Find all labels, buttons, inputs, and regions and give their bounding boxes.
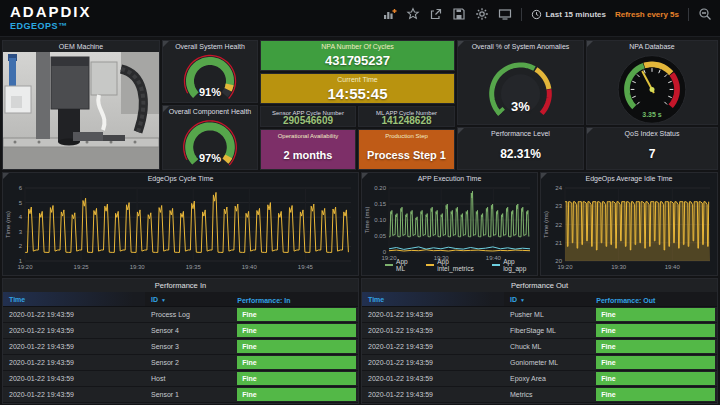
panel-menu-caret[interactable]: [3, 173, 9, 179]
status-badge: Fine: [237, 388, 356, 401]
save-icon[interactable]: [452, 7, 466, 21]
performance-cell: Fine: [237, 387, 358, 402]
column-header-id[interactable]: ID▼: [504, 292, 596, 306]
stat-value: 14:55:45: [261, 84, 454, 103]
panel-title[interactable]: OEM Machine: [3, 41, 159, 52]
panel-title[interactable]: Overall Component Health: [163, 106, 257, 117]
id-cell: Host: [145, 371, 237, 386]
legend-item[interactable]: App ML: [385, 258, 416, 272]
table-title[interactable]: Performance Out: [362, 279, 717, 292]
zoom-out-icon[interactable]: [698, 7, 712, 21]
toolbar-divider: [688, 8, 689, 21]
time-cell: 2020-01-22 19:43:59: [362, 323, 504, 338]
gauge-value: 3%: [458, 99, 583, 114]
panel-ml-app-cycle: ML APP Cycle Number 141248628: [358, 106, 455, 127]
tv-mode-icon[interactable]: [498, 7, 512, 21]
status-badge: Fine: [237, 340, 356, 353]
status-badge: Fine: [596, 324, 715, 337]
svg-text:19:25: 19:25: [74, 264, 90, 270]
sort-desc-icon: ▼: [520, 297, 525, 303]
cycle-time-chart-plot[interactable]: 12345619:2019:2519:3019:3519:4019:45Time…: [4, 184, 357, 274]
id-cell: FiberStage ML: [504, 323, 596, 338]
panel-performance-level: Performance Level 82.31%: [457, 127, 584, 170]
svg-text:Time (ms): Time (ms): [364, 207, 370, 234]
time-cell: 2020-01-22 19:43:59: [362, 355, 504, 370]
legend-item[interactable]: App log_app: [492, 258, 536, 272]
time-cell: 2020-01-22 19:43:59: [362, 387, 504, 402]
svg-text:19:30: 19:30: [611, 264, 627, 270]
performance-cell: Fine: [237, 323, 358, 338]
column-header-time[interactable]: Time: [3, 292, 145, 306]
panel-menu-caret[interactable]: [587, 41, 593, 47]
idle-time-chart-plot[interactable]: 202122232419:2019:3019:40Time (ms): [542, 184, 716, 274]
status-badge: Fine: [237, 372, 356, 385]
share-icon[interactable]: [429, 7, 443, 21]
panel-title[interactable]: EdgeOps Average Idle Time: [541, 173, 717, 184]
panel-menu-caret[interactable]: [587, 128, 593, 134]
svg-text:23: 23: [555, 203, 562, 209]
legend-item[interactable]: App intel_metrics: [426, 258, 482, 272]
status-badge: Fine: [596, 372, 715, 385]
panel-menu-caret[interactable]: [163, 106, 169, 112]
top-bar: ADAPDIX EDGEOPS™: [0, 0, 720, 37]
panel-sensor-app-cycle: Sensor APP Cycle Number 290546609: [260, 106, 356, 127]
panel-menu-caret[interactable]: [163, 41, 169, 47]
table-row: 2020-01-22 19:43:59MetricsFine: [362, 387, 717, 403]
performance-in-table: TimeID▼Performance: In2020-01-22 19:43:5…: [3, 292, 358, 403]
panel-title[interactable]: Overall % of System Anomalies: [458, 41, 583, 52]
panel-edgeops-cycle-time: EdgeOps Cycle Time 12345619:2019:2519:30…: [2, 172, 359, 276]
panel-title[interactable]: EdgeOps Cycle Time: [3, 173, 358, 184]
panel-menu-caret[interactable]: [458, 128, 464, 134]
stat-value: 2 months: [261, 140, 355, 169]
stat-value: 290546609: [261, 115, 355, 126]
status-badge: Fine: [596, 308, 715, 321]
table-row: 2020-01-22 19:43:59Sensor 2Fine: [3, 355, 358, 371]
id-cell: Sensor 2: [145, 355, 237, 370]
star-icon[interactable]: [406, 7, 420, 21]
svg-text:4: 4: [19, 214, 23, 220]
id-cell: Goniometer ML: [504, 355, 596, 370]
panel-npa-database: NPA Database 3.35 s: [586, 40, 718, 125]
legend-color-dash: [426, 264, 434, 266]
settings-gear-icon[interactable]: [475, 7, 489, 21]
svg-text:0.15: 0.15: [374, 201, 386, 207]
id-cell: Sensor 1: [145, 387, 237, 402]
panel-menu-caret[interactable]: [541, 173, 547, 179]
time-range-label: Last 15 minutes: [545, 10, 605, 19]
adapdix-logo: ADAPDIX: [10, 3, 92, 20]
panel-menu-caret[interactable]: [458, 41, 464, 47]
gauge-value: 91%: [163, 86, 257, 98]
performance-cell: Fine: [596, 371, 717, 386]
legend-color-dash: [385, 264, 393, 266]
time-cell: 2020-01-22 19:43:59: [3, 387, 145, 402]
svg-text:22: 22: [555, 222, 562, 228]
time-range-picker[interactable]: Last 15 minutes: [531, 9, 605, 20]
panel-system-anomalies: Overall % of System Anomalies 3%: [457, 40, 584, 125]
column-header-id[interactable]: ID▼: [145, 292, 237, 306]
app-execution-chart-plot[interactable]: 00.050.100.150.2019:2019:3019:40Time (ms…: [363, 184, 536, 274]
panel-npa-cycles: NPA Number Of Cycles 431795237: [260, 40, 455, 71]
toolbar-divider: [521, 8, 522, 21]
svg-text:19:30: 19:30: [130, 264, 146, 270]
panel-title[interactable]: Overall System Health: [163, 41, 257, 52]
column-header-time[interactable]: Time: [362, 292, 504, 306]
panel-title[interactable]: APP Execution Time: [362, 173, 537, 184]
svg-text:19:40: 19:40: [665, 264, 681, 270]
legend-color-dash: [492, 264, 500, 266]
stat-value: 141248628: [359, 115, 454, 126]
performance-cell: Fine: [596, 387, 717, 402]
time-cell: 2020-01-22 19:43:59: [362, 339, 504, 354]
performance-cell: Fine: [237, 339, 358, 354]
panel-title[interactable]: NPA Database: [587, 41, 717, 52]
column-header-performance-out[interactable]: Performance: Out: [596, 292, 717, 306]
table-title[interactable]: Performance In: [3, 279, 358, 292]
id-cell: Process Log: [145, 307, 237, 322]
column-header-performance-in[interactable]: Performance: In: [237, 292, 358, 306]
add-panel-icon[interactable]: [383, 7, 397, 21]
id-cell: Pusher ML: [504, 307, 596, 322]
toolbar: Last 15 minutes Refresh every 5s: [383, 7, 712, 21]
edgeops-dashboard: ADAPDIX EDGEOPS™: [0, 0, 720, 405]
svg-text:19:20: 19:20: [17, 264, 33, 270]
refresh-interval-button[interactable]: Refresh every 5s: [615, 10, 679, 19]
panel-menu-caret[interactable]: [362, 173, 368, 179]
